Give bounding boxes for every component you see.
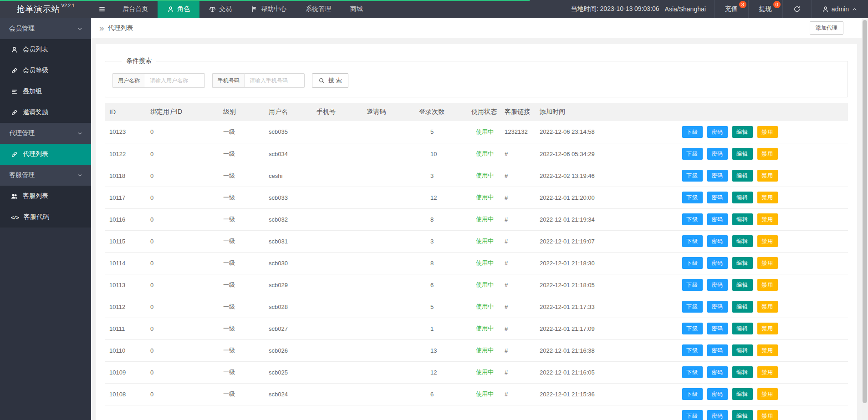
edit-button[interactable]: 编辑 [732,235,753,247]
disable-button[interactable]: 禁用 [757,192,778,203]
disable-button[interactable]: 禁用 [757,366,778,378]
cell-login-count: 5 [414,296,467,318]
username-input[interactable] [145,73,205,88]
table-row: 101180一级ceshi3使用中#2022-12-02 13:19:46下级密… [105,165,848,187]
disable-button[interactable]: 禁用 [757,410,778,420]
sidebar-item-invite-reward[interactable]: 邀请奖励 [0,102,91,123]
nav-item-system[interactable]: 系统管理 [296,0,341,18]
disable-button[interactable]: 禁用 [757,257,778,269]
password-button[interactable]: 密码 [707,235,728,247]
sidebar-item-member-list[interactable]: 会员列表 [0,39,91,60]
subordinate-button[interactable]: 下级 [682,170,703,182]
search-button[interactable]: 搜 索 [312,73,348,88]
edit-button[interactable]: 编辑 [732,323,753,334]
edit-button[interactable]: 编辑 [732,279,753,291]
breadcrumb-chevrons-icon: » [99,24,104,32]
nav-item-trade[interactable]: 交易 [199,0,241,18]
subordinate-button[interactable]: 下级 [682,301,703,313]
admin-menu[interactable]: admin [811,0,868,18]
add-agent-button[interactable]: 添加代理 [810,21,843,35]
edit-button[interactable]: 编辑 [732,213,753,225]
subordinate-button[interactable]: 下级 [682,323,703,334]
table-header-login-count: 登录次数 [414,103,467,121]
scrollbar-thumb[interactable] [863,20,867,403]
disable-button[interactable]: 禁用 [757,344,778,356]
vertical-scrollbar[interactable] [862,18,868,420]
password-button[interactable]: 密码 [707,410,728,420]
edit-button[interactable]: 编辑 [732,257,753,269]
password-button[interactable]: 密码 [707,257,728,269]
cell-level [219,405,264,420]
disable-button[interactable]: 禁用 [757,170,778,182]
sidebar-item-member-level[interactable]: 会员等级 [0,60,91,81]
subordinate-button[interactable]: 下级 [682,192,703,203]
nav-item-label: 角色 [177,5,190,13]
subordinate-button[interactable]: 下级 [682,126,703,138]
sidebar-item-agent-list[interactable]: 代理列表 [0,144,91,165]
subordinate-button[interactable]: 下级 [682,410,703,420]
edit-button[interactable]: 编辑 [732,126,753,138]
subordinate-button[interactable]: 下级 [682,148,703,160]
refresh-button[interactable] [782,0,811,18]
edit-button[interactable]: 编辑 [732,192,753,203]
table-row: 101170一级scb03312使用中#2022-12-01 21:20:00下… [105,187,848,208]
sidebar-item-service-code[interactable]: </>客服代码 [0,207,91,228]
sidebar-item-label: 会员等级 [23,66,48,75]
withdraw-button[interactable]: 提现 0 [748,0,782,18]
sidebar-item-service-list[interactable]: 客服列表 [0,186,91,207]
sidebar-group-member-management[interactable]: 会员管理 [0,18,91,39]
disable-button[interactable]: 禁用 [757,213,778,225]
edit-button[interactable]: 编辑 [732,344,753,356]
password-button[interactable]: 密码 [707,213,728,225]
password-button[interactable]: 密码 [707,148,728,160]
subordinate-button[interactable]: 下级 [682,388,703,400]
nav-item-help-center[interactable]: 帮助中心 [241,0,296,18]
password-button[interactable]: 密码 [707,192,728,203]
user-icon [11,46,18,53]
nav-item-mall[interactable]: 商城 [341,0,373,18]
password-button[interactable]: 密码 [707,344,728,356]
nav-item-home[interactable]: 后台首页 [113,0,158,18]
disable-button[interactable]: 禁用 [757,279,778,291]
edit-button[interactable]: 编辑 [732,301,753,313]
disable-button[interactable]: 禁用 [757,126,778,138]
password-button[interactable]: 密码 [707,388,728,400]
disable-button[interactable]: 禁用 [757,323,778,334]
cell-bind-user-id: 0 [146,361,219,383]
disable-button[interactable]: 禁用 [757,235,778,247]
subordinate-button[interactable]: 下级 [682,257,703,269]
subordinate-button[interactable]: 下级 [682,366,703,378]
disable-button[interactable]: 禁用 [757,148,778,160]
sidebar-group-agent-management[interactable]: 代理管理 [0,123,91,144]
subordinate-button[interactable]: 下级 [682,344,703,356]
nav-item-role[interactable]: 角色 [158,0,199,18]
password-button[interactable]: 密码 [707,279,728,291]
subordinate-button[interactable]: 下级 [682,235,703,247]
subordinate-button[interactable]: 下级 [682,279,703,291]
password-button[interactable]: 密码 [707,170,728,182]
cell-phone [312,361,362,383]
edit-button[interactable]: 编辑 [732,410,753,420]
edit-button[interactable]: 编辑 [732,366,753,378]
cell-status: 使用中 [467,187,500,208]
password-button[interactable]: 密码 [707,323,728,334]
password-button[interactable]: 密码 [707,301,728,313]
sidebar-item-stack-group[interactable]: 叠加组 [0,81,91,102]
chevron-down-icon [77,131,83,137]
edit-button[interactable]: 编辑 [732,388,753,400]
menu-toggle-button[interactable] [91,0,113,18]
disable-button[interactable]: 禁用 [757,301,778,313]
cell-service-link: # [500,165,535,187]
password-button[interactable]: 密码 [707,126,728,138]
edit-button[interactable]: 编辑 [732,170,753,182]
password-button[interactable]: 密码 [707,366,728,378]
sidebar-group-service-management[interactable]: 客服管理 [0,165,91,186]
edit-button[interactable]: 编辑 [732,148,753,160]
disable-button[interactable]: 禁用 [757,388,778,400]
phone-input[interactable] [245,73,305,88]
recharge-button[interactable]: 充值 3 [714,0,748,18]
subordinate-button[interactable]: 下级 [682,213,703,225]
local-time-block: 当地时间: 2023-10-13 09:03:06 Asia/Shanghai [563,0,714,18]
agent-table: ID绑定用户ID级别用户名手机号邀请码登录次数使用状态客服链接添加时间 1012… [105,103,848,420]
cell-level: 一级 [219,361,264,383]
